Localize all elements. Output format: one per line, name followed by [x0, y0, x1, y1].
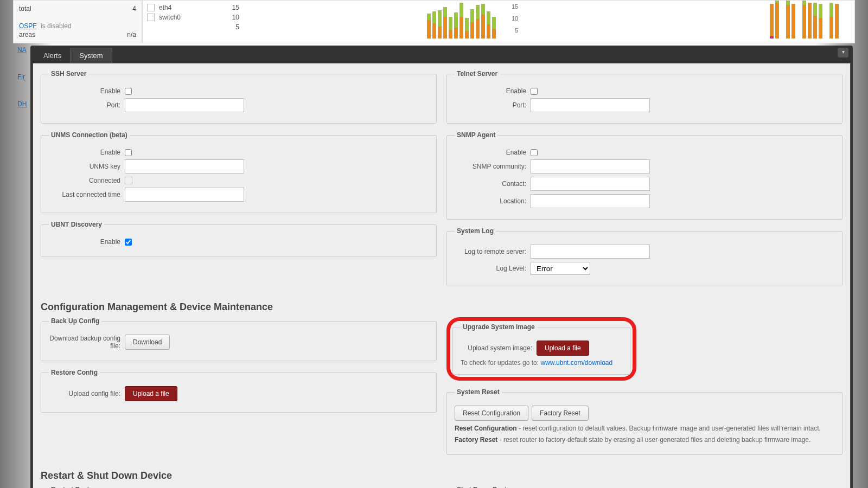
svg-rect-12 [459, 17, 463, 38]
unms-legend: UNMS Connection (beta) [49, 131, 130, 139]
unms-connected-indicator [125, 177, 132, 184]
system-reset-section: System Reset Reset Configuration Factory… [446, 388, 843, 455]
bar-chart-right [768, 1, 849, 40]
checkbox-icon[interactable] [147, 14, 155, 21]
svg-rect-8 [449, 30, 452, 38]
svg-rect-17 [470, 9, 474, 22]
syslog-remote-input[interactable] [531, 245, 650, 259]
interface-name: switch0 [159, 14, 218, 21]
field-label: Enable [455, 149, 531, 156]
checkbox-icon[interactable] [147, 4, 155, 11]
snmp-community-input[interactable] [531, 159, 650, 174]
svg-rect-2 [432, 23, 436, 38]
svg-rect-13 [459, 3, 463, 17]
ssh-enable-checkbox[interactable] [125, 88, 132, 95]
factory-reset-description: Factory Reset - reset router to factory-… [455, 435, 834, 445]
svg-rect-41 [819, 4, 822, 18]
interface-list: eth4 15 switch0 10 5 [147, 3, 239, 32]
svg-rect-37 [808, 3, 812, 38]
bar-chart-left [425, 1, 506, 40]
upload-system-image-button[interactable]: Upload a file [537, 341, 589, 356]
svg-rect-45 [835, 4, 839, 38]
svg-rect-29 [775, 1, 779, 3]
svg-rect-27 [770, 4, 774, 36]
reset-configuration-button[interactable]: Reset Configuration [455, 406, 528, 421]
restore-legend: Restore Config [49, 369, 100, 376]
telnet-enable-checkbox[interactable] [531, 88, 538, 95]
tab-dropdown-button[interactable]: ▾ [838, 48, 848, 57]
snmp-enable-checkbox[interactable] [531, 149, 538, 156]
field-label: Upload system image: [461, 344, 537, 352]
dashboard-area: eth4 15 switch0 10 5 [142, 0, 855, 43]
svg-rect-1 [427, 14, 431, 20]
svg-rect-22 [487, 24, 490, 38]
restart-device-section: Restart Device Restart [41, 486, 437, 488]
svg-rect-19 [476, 5, 480, 19]
shutdown-legend: Shut Down Device [455, 486, 516, 488]
ssh-port-input[interactable] [125, 98, 244, 112]
svg-rect-44 [829, 3, 833, 17]
modal-body: SSH Server Enable Port: UNMS Connection … [33, 63, 851, 488]
field-label: Enable [455, 87, 531, 95]
field-label: Last connected time [49, 191, 125, 198]
total-label: total [19, 5, 31, 12]
field-label: Port: [455, 101, 531, 109]
svg-rect-18 [476, 19, 480, 38]
restart-legend: Restart Device [49, 486, 98, 488]
areas-value: n/a [127, 31, 136, 38]
areas-label: areas [19, 31, 35, 38]
interface-row[interactable]: switch0 10 [147, 12, 239, 22]
field-label: Upload config file: [49, 390, 125, 397]
system-log-section: System Log Log to remote server: Log Lev… [446, 227, 843, 286]
ssh-server-section: SSH Server Enable Port: [41, 70, 437, 124]
restore-config-section: Restore Config Upload config file: Uploa… [41, 369, 437, 413]
svg-rect-15 [465, 18, 469, 31]
svg-rect-38 [813, 16, 817, 38]
svg-rect-9 [449, 17, 452, 30]
ospf-status: is disabled [39, 22, 72, 30]
backup-legend: Back Up Config [49, 317, 101, 325]
syslog-legend: System Log [455, 227, 496, 235]
axis-tick: 5 [512, 24, 518, 36]
upgrade-system-section: Upgrade System Image Upload system image… [452, 323, 630, 375]
syslog-level-select[interactable]: Error [531, 262, 590, 275]
svg-rect-28 [775, 3, 779, 38]
interface-row[interactable]: eth4 15 [147, 3, 239, 12]
snmp-location-input[interactable] [531, 194, 650, 208]
ospf-link[interactable]: OSPF [19, 22, 37, 30]
svg-rect-36 [802, 1, 806, 5]
ubnt-enable-checkbox[interactable] [125, 239, 132, 246]
tab-bar: Alerts System ▾ [30, 46, 853, 63]
svg-rect-23 [487, 11, 490, 24]
field-label: Location: [455, 197, 531, 205]
factory-reset-button[interactable]: Factory Reset [532, 406, 589, 421]
svg-rect-10 [454, 28, 458, 38]
svg-rect-24 [492, 29, 496, 38]
interface-name: eth4 [159, 4, 218, 11]
field-label: Log Level: [455, 265, 531, 272]
shutdown-device-section: Shut Down Device Shut Down [446, 486, 843, 488]
axis-tick: 5 [218, 23, 239, 31]
field-label: Port: [49, 101, 125, 109]
telnet-port-input[interactable] [531, 98, 650, 112]
unms-last-connected-input[interactable] [125, 188, 244, 202]
svg-rect-0 [427, 20, 431, 38]
field-label: Connected [49, 177, 125, 184]
tab-system[interactable]: System [70, 48, 112, 63]
axis-tick: 15 [512, 1, 518, 12]
upgrade-highlight-box: Upgrade System Image Upload system image… [446, 317, 636, 381]
svg-rect-25 [492, 17, 496, 29]
tab-alerts[interactable]: Alerts [35, 48, 70, 63]
unms-key-input[interactable] [125, 159, 244, 174]
upload-restore-button[interactable]: Upload a file [125, 386, 177, 401]
svg-rect-35 [802, 5, 806, 38]
upgrade-download-link[interactable]: www.ubnt.com/download [540, 359, 612, 367]
download-backup-button[interactable]: Download [125, 335, 170, 350]
svg-rect-21 [481, 4, 485, 15]
svg-rect-26 [770, 36, 774, 38]
svg-rect-4 [438, 27, 442, 38]
snmp-contact-input[interactable] [531, 177, 650, 191]
unms-enable-checkbox[interactable] [125, 149, 132, 156]
svg-rect-5 [438, 10, 442, 27]
interface-count: 15 [218, 4, 239, 11]
